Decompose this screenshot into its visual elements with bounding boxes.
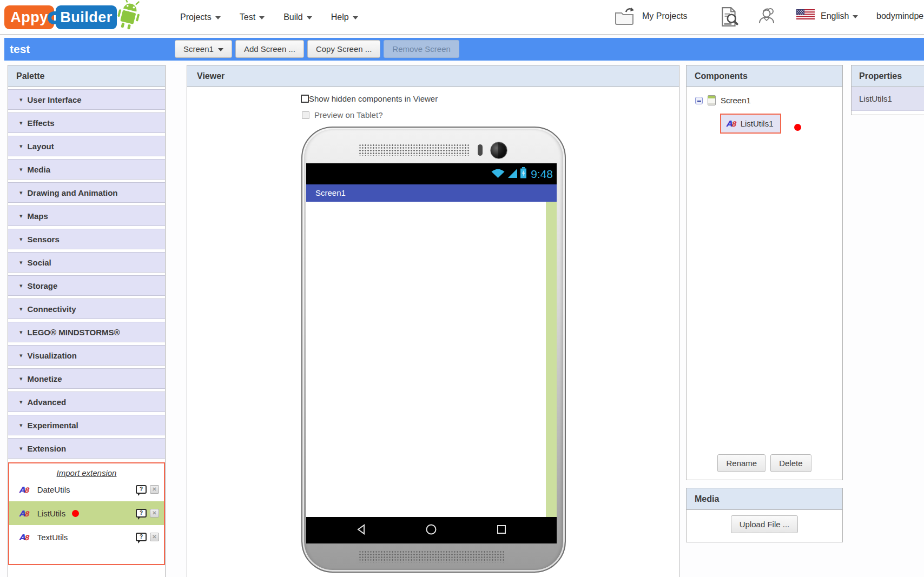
- palette-panel: Palette ▾User Interface ▾Effects ▾Layout…: [8, 65, 166, 577]
- disclosure-triangle-icon: ▾: [19, 166, 23, 173]
- viewer-title: Viewer: [187, 65, 679, 87]
- delete-button[interactable]: Delete: [770, 454, 811, 472]
- delete-extension-icon[interactable]: ✕: [150, 485, 159, 494]
- appybuilder-designer: Appy Builder Projects: [0, 0, 924, 577]
- project-name: test: [10, 38, 30, 61]
- delete-extension-icon[interactable]: ✕: [150, 509, 159, 518]
- palette-sections: ▾User Interface ▾Effects ▾Layout ▾Media …: [8, 87, 165, 459]
- palette-section-lego-mindstorms[interactable]: ▾LEGO® MINDSTORMS®: [8, 322, 165, 342]
- palette-section-connectivity[interactable]: ▾Connectivity: [8, 299, 165, 319]
- canvas-scrollbar[interactable]: [546, 202, 557, 517]
- chevron-down-icon: [853, 15, 858, 18]
- palette-section-advanced[interactable]: ▾Advanced: [8, 392, 165, 412]
- language-selector[interactable]: English: [821, 11, 858, 21]
- screen-icon: [708, 95, 716, 105]
- upload-file-button[interactable]: Upload File ...: [731, 515, 798, 533]
- disclosure-triangle-icon: ▾: [19, 120, 23, 127]
- palette-section-monetize[interactable]: ▾Monetize: [8, 368, 165, 389]
- chevron-down-icon: [218, 48, 223, 51]
- recents-icon: [495, 523, 508, 538]
- us-flag-icon: [796, 9, 815, 22]
- speaker-grille: [359, 551, 505, 562]
- screen-picker-button[interactable]: Screen1: [175, 40, 232, 58]
- phone-screen-title: Screen1: [306, 184, 557, 202]
- disclosure-triangle-icon: ▾: [19, 213, 23, 220]
- username-label[interactable]: bodymindpe: [876, 11, 923, 21]
- red-dot-indicator: [794, 124, 801, 131]
- palette-section-experimental[interactable]: ▾Experimental: [8, 415, 165, 435]
- palette-section-maps[interactable]: ▾Maps: [8, 205, 165, 226]
- rename-button[interactable]: Rename: [717, 454, 765, 472]
- disclosure-triangle-icon: ▾: [19, 236, 23, 243]
- show-hidden-label: Show hidden components in Viewer: [309, 94, 438, 103]
- import-extension-link[interactable]: Import extension: [9, 468, 164, 477]
- chevron-down-icon: [307, 16, 312, 19]
- palette-section-drawing-animation[interactable]: ▾Drawing and Animation: [8, 182, 165, 203]
- extension-item-listutils[interactable]: A8 ListUtils ? ✕: [9, 501, 164, 525]
- signal-icon: [507, 168, 518, 181]
- red-dot-indicator: [72, 510, 79, 517]
- my-projects-link[interactable]: My Projects: [642, 11, 688, 21]
- components-title: Components: [687, 65, 842, 87]
- back-icon: [355, 523, 367, 538]
- palette-section-social[interactable]: ▾Social: [8, 252, 165, 273]
- phone-screen[interactable]: 9:48 Screen1: [306, 163, 557, 543]
- my-projects-folder-icon[interactable]: [615, 7, 636, 28]
- collapse-icon[interactable]: [695, 97, 703, 104]
- logo-appy-text: Appy: [10, 9, 48, 26]
- palette-section-storage[interactable]: ▾Storage: [8, 275, 165, 296]
- extension-item-dateutils[interactable]: A8 DateUtils ? ✕: [9, 477, 164, 501]
- disclosure-triangle-icon: ▾: [19, 399, 23, 406]
- chevron-down-icon: [215, 16, 221, 19]
- show-hidden-checkbox[interactable]: [301, 95, 309, 103]
- menu-test[interactable]: Test: [240, 12, 265, 22]
- report-issue-icon[interactable]: [719, 6, 740, 29]
- extension-item-textutils[interactable]: A8 TextUtils ? ✕: [9, 525, 164, 549]
- menu-projects[interactable]: Projects: [180, 12, 221, 22]
- disclosure-triangle-icon: ▾: [19, 96, 23, 103]
- copy-screen-button[interactable]: Copy Screen ...: [307, 40, 380, 58]
- disclosure-triangle-icon: ▾: [19, 352, 23, 359]
- ab-extension-icon: A8: [19, 508, 29, 519]
- main-menubar: Projects Test Build Help: [180, 0, 358, 35]
- earpiece-grille: [359, 144, 470, 156]
- menu-help[interactable]: Help: [331, 12, 358, 22]
- ab-extension-icon: A8: [19, 485, 29, 495]
- proximity-sensor: [478, 144, 483, 156]
- top-header: Appy Builder Projects: [0, 0, 924, 35]
- phone-canvas[interactable]: [306, 202, 557, 517]
- help-icon[interactable]: ?: [136, 485, 147, 494]
- project-toolbar: test Screen1 Add Screen ... Copy Screen …: [4, 38, 924, 61]
- help-icon[interactable]: ?: [136, 509, 147, 518]
- status-bar: 9:48: [306, 163, 557, 184]
- battery-icon: [520, 167, 527, 181]
- disclosure-triangle-icon: ▾: [19, 329, 23, 336]
- palette-title: Palette: [8, 65, 165, 87]
- palette-section-sensors[interactable]: ▾Sensors: [8, 229, 165, 249]
- palette-section-visualization[interactable]: ▾Visualization: [8, 345, 165, 366]
- menu-build[interactable]: Build: [283, 12, 312, 22]
- disclosure-triangle-icon: ▾: [19, 189, 23, 196]
- help-icon[interactable]: ?: [136, 533, 147, 541]
- preview-tablet-label: Preview on Tablet?: [314, 110, 382, 120]
- add-screen-button[interactable]: Add Screen ...: [235, 40, 304, 58]
- user-account-icon[interactable]: [756, 8, 777, 26]
- media-panel: Media Upload File ...: [686, 488, 843, 542]
- ab-extension-icon: A8: [19, 532, 29, 542]
- nav-bar: [306, 517, 557, 543]
- tree-node-listutils1[interactable]: A8 ListUtils1: [720, 114, 781, 134]
- palette-section-extension[interactable]: ▾Extension: [8, 438, 165, 459]
- disclosure-triangle-icon: ▾: [19, 259, 23, 266]
- logo-appy: Appy: [4, 5, 54, 29]
- disclosure-triangle-icon: ▾: [19, 282, 23, 289]
- delete-extension-icon[interactable]: ✕: [150, 533, 159, 541]
- tree-node-screen1[interactable]: Screen1: [695, 95, 751, 105]
- disclosure-triangle-icon: ▾: [19, 422, 23, 429]
- front-camera-icon: [490, 142, 507, 159]
- palette-section-layout[interactable]: ▾Layout: [8, 136, 165, 156]
- palette-section-media[interactable]: ▾Media: [8, 159, 165, 180]
- palette-section-effects[interactable]: ▾Effects: [8, 112, 165, 133]
- palette-section-user-interface[interactable]: ▾User Interface: [8, 89, 165, 110]
- chevron-down-icon: [259, 16, 265, 19]
- viewer-panel: Viewer Show hidden components in Viewer …: [187, 65, 679, 577]
